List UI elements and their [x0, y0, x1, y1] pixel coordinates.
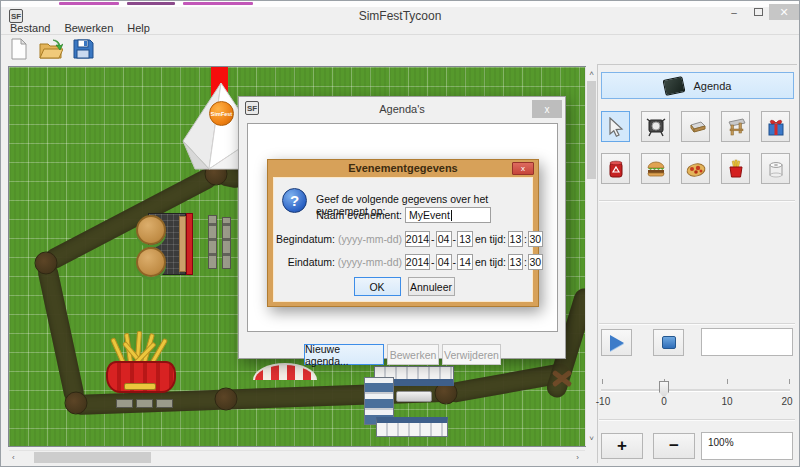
- begin-day-input[interactable]: 13: [457, 231, 473, 247]
- tool-burger-button[interactable]: [641, 153, 670, 184]
- event-data-dialog: Evenementgegevens x ? Geef de volgende g…: [267, 159, 539, 307]
- tool-gift-button[interactable]: [761, 111, 790, 142]
- tool-stage-button[interactable]: [681, 111, 710, 142]
- burger-table: [136, 247, 166, 277]
- stop-icon: [662, 336, 676, 349]
- date-separator: -: [431, 256, 435, 268]
- trash-can-icon: [606, 159, 626, 179]
- end-day-input[interactable]: 14: [457, 254, 473, 270]
- scroll-down-arrow[interactable]: ˅: [586, 435, 597, 443]
- ok-button[interactable]: OK: [354, 277, 401, 296]
- agenda-book-icon: [662, 76, 685, 96]
- stall-frame-icon: [726, 117, 746, 137]
- begin-year-input[interactable]: 2014: [405, 231, 430, 247]
- background-window-text: [127, 2, 175, 5]
- vertical-scroll-thumb[interactable]: [587, 81, 596, 179]
- tool-trash-button[interactable]: [601, 153, 630, 184]
- text-caret: [451, 210, 452, 221]
- simfest-logo: SimFest: [209, 101, 234, 126]
- save-file-button[interactable]: [71, 37, 95, 61]
- new-file-icon: [9, 38, 29, 60]
- tool-fries-button[interactable]: [721, 153, 750, 184]
- begin-time-label: en tijd:: [475, 233, 506, 245]
- scroll-right-arrow[interactable]: ›: [576, 454, 579, 462]
- bench: [116, 399, 133, 408]
- scroll-up-arrow[interactable]: ˄: [586, 70, 597, 78]
- path-node: [215, 388, 238, 411]
- tool-toilet-roll-button[interactable]: [761, 153, 790, 184]
- bench: [222, 217, 231, 269]
- begin-month-input[interactable]: 04: [436, 231, 452, 247]
- table: [396, 391, 432, 402]
- slider-tick: [789, 379, 790, 384]
- begin-hour-input[interactable]: 13: [508, 231, 523, 247]
- date-separator: -: [453, 233, 457, 245]
- minimize-button[interactable]: –: [723, 4, 745, 20]
- panel-separator: [599, 323, 795, 324]
- slider-label: 10: [721, 396, 732, 407]
- menu-help[interactable]: Help: [127, 23, 150, 34]
- stop-button[interactable]: [653, 329, 684, 356]
- burger-table: [136, 215, 166, 245]
- zoom-level-field[interactable]: 100%: [701, 432, 793, 460]
- end-minute-input[interactable]: 30: [528, 254, 543, 270]
- agendas-dialog-titlebar: SF Agenda's x: [239, 97, 565, 121]
- background-window-text: [59, 2, 119, 5]
- path-node: [65, 392, 88, 415]
- play-icon: [610, 335, 624, 351]
- path-node: [35, 252, 58, 275]
- play-button[interactable]: [601, 329, 632, 356]
- cancel-button[interactable]: Annuleer: [408, 277, 455, 296]
- vertical-scrollbar[interactable]: ˄ ˅: [585, 67, 596, 446]
- event-dialog-close-button[interactable]: x: [512, 162, 534, 175]
- end-month-input[interactable]: 04: [436, 254, 452, 270]
- close-button[interactable]: ✕: [769, 4, 799, 20]
- date-separator: -: [431, 233, 435, 245]
- maximize-icon: [754, 8, 763, 16]
- horizontal-scroll-thumb[interactable]: [34, 452, 151, 463]
- zoom-out-button[interactable]: −: [653, 433, 695, 459]
- burger-icon: [646, 159, 666, 179]
- tool-pizza-button[interactable]: [681, 153, 710, 184]
- agenda-button-label: Agenda: [694, 80, 732, 92]
- menu-bestand[interactable]: Bestand: [10, 23, 50, 34]
- open-file-button[interactable]: [39, 37, 63, 61]
- new-agenda-button[interactable]: Nieuwe agenda...: [304, 344, 384, 365]
- slider-label: -10: [596, 396, 610, 407]
- cursor-icon: [606, 117, 626, 137]
- horizontal-scrollbar[interactable]: ‹ ›: [9, 450, 585, 463]
- zoom-in-button[interactable]: +: [601, 433, 643, 459]
- app-window: SF SimFestTycoon – ✕ Bestand Bewerken He…: [0, 0, 800, 467]
- maximize-button[interactable]: [747, 4, 769, 20]
- toilet-roll-icon: [766, 159, 786, 179]
- window-title: SimFestTycoon: [1, 9, 799, 23]
- begin-label: Begindatum:: [276, 233, 335, 245]
- open-file-icon: [39, 38, 63, 60]
- slider-label: 0: [661, 396, 667, 407]
- edit-agenda-button[interactable]: Bewerken: [387, 344, 439, 365]
- menu-bewerken[interactable]: Bewerken: [64, 23, 113, 34]
- begin-minute-input[interactable]: 30: [528, 231, 543, 247]
- new-file-button[interactable]: [7, 37, 31, 61]
- end-year-input[interactable]: 2014: [405, 254, 430, 270]
- event-name-value: MyEvent: [409, 209, 450, 221]
- agenda-button[interactable]: Agenda: [601, 72, 794, 99]
- panel-separator: [599, 200, 795, 201]
- time-separator: :: [524, 233, 527, 245]
- agendas-dialog-close-button[interactable]: x: [532, 100, 562, 118]
- burger-stand: [136, 213, 198, 275]
- event-dialog-content: ? Geef de volgende gegevens over het eve…: [273, 177, 533, 302]
- dirt-path: [36, 261, 86, 405]
- tool-spotlight-button[interactable]: [641, 111, 670, 142]
- fries-icon: [726, 159, 746, 179]
- tool-select-button[interactable]: [601, 111, 630, 142]
- event-name-input[interactable]: MyEvent: [405, 207, 491, 223]
- spotlight-icon: [646, 117, 666, 137]
- end-label: Eindatum:: [288, 256, 335, 268]
- scroll-left-arrow[interactable]: ‹: [12, 454, 15, 462]
- end-hour-input[interactable]: 13: [508, 254, 523, 270]
- tool-stall-button[interactable]: [721, 111, 750, 142]
- gift-icon: [766, 117, 786, 137]
- delete-agenda-button[interactable]: Verwijderen: [442, 344, 501, 365]
- speed-slider-track[interactable]: [601, 389, 790, 391]
